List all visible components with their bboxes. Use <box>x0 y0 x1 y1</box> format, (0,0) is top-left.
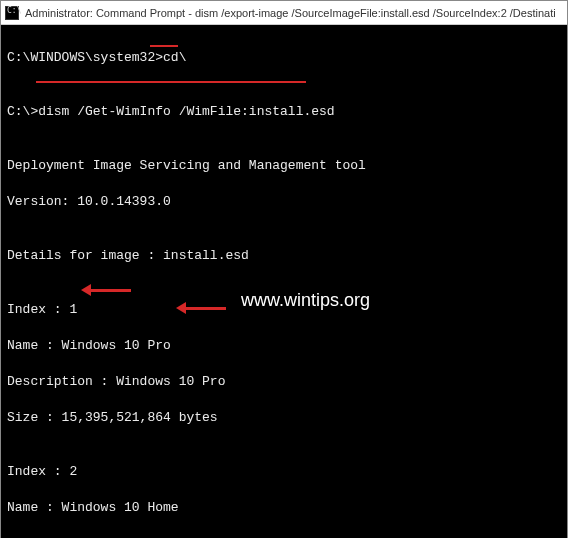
output-line: Deployment Image Servicing and Managemen… <box>7 157 561 175</box>
terminal-output[interactable]: C:\WINDOWS\system32>cd\ C:\>dism /Get-Wi… <box>1 25 567 538</box>
output-line: Index : 2 <box>7 463 561 481</box>
arrow-icon <box>176 301 226 315</box>
command-prompt-window: Administrator: Command Prompt - dism /ex… <box>0 0 568 538</box>
output-line: C:\>dism /Get-WimInfo /WimFile:install.e… <box>7 103 561 121</box>
output-line: Version: 10.0.14393.0 <box>7 193 561 211</box>
output-line: C:\WINDOWS\system32>cd\ <box>7 49 561 67</box>
output-line: Details for image : install.esd <box>7 247 561 265</box>
output-line: Description : Windows 10 Pro <box>7 373 561 391</box>
highlight-underline <box>36 81 306 83</box>
arrow-icon <box>81 283 131 297</box>
window-title: Administrator: Command Prompt - dism /ex… <box>25 7 556 19</box>
watermark-text: www.wintips.org <box>241 291 370 309</box>
output-line: Size : 15,395,521,864 bytes <box>7 409 561 427</box>
highlight-underline <box>150 45 178 47</box>
output-line: Name : Windows 10 Home <box>7 499 561 517</box>
titlebar[interactable]: Administrator: Command Prompt - dism /ex… <box>1 1 567 25</box>
cmd-icon <box>5 6 19 20</box>
output-line: Name : Windows 10 Pro <box>7 337 561 355</box>
